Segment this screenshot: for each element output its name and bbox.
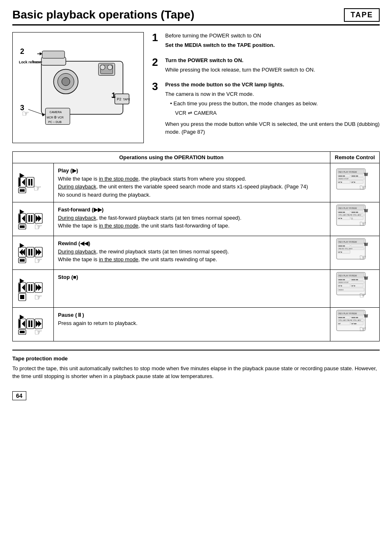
svg-text:INDEX  STOP: INDEX STOP bbox=[339, 178, 348, 180]
svg-rect-31 bbox=[19, 178, 21, 186]
svg-rect-86 bbox=[28, 249, 30, 255]
play-line-3: No sound is heard during the playback. bbox=[58, 191, 326, 199]
svg-text:◀◀  ▶  ▶▶: ◀◀ ▶ ▶▶ bbox=[351, 278, 359, 281]
svg-text:W: W bbox=[364, 314, 368, 318]
svg-text:◀◀  ▶  ▶▶: ◀◀ ▶ ▶▶ bbox=[351, 175, 359, 177]
svg-text:2: 2 bbox=[20, 47, 24, 56]
svg-point-8 bbox=[108, 65, 113, 70]
step-3-title: Press the mode button so the VCR lamp li… bbox=[165, 81, 380, 89]
page-footer: 64 bbox=[12, 389, 380, 400]
pause-title: Pause (⏸) bbox=[58, 311, 326, 319]
page-number: 64 bbox=[12, 391, 26, 400]
ff-desc: Fast-forward (▶▶) During playback, the f… bbox=[54, 202, 330, 236]
stop-remote: REV PLAY FF/REW ◀◀ ▶ ▶▶ ◀◀ ▶ ▶▶ INDEX ST… bbox=[330, 270, 380, 308]
svg-text:◀◀  ▶  ▶▶: ◀◀ ▶ ▶▶ bbox=[338, 175, 346, 177]
step-number-2: 2 bbox=[152, 57, 162, 67]
play-title: Play (▶) bbox=[58, 167, 326, 175]
svg-rect-85 bbox=[27, 247, 34, 257]
step-1-line-2: Set the MEDIA switch to the TAPE positio… bbox=[165, 42, 380, 49]
rewind-line-1: During playback, the rewind playback sta… bbox=[58, 248, 326, 256]
svg-text:W: W bbox=[364, 242, 368, 247]
svg-rect-117 bbox=[20, 295, 24, 299]
play-remote: REV PLAY FF/REW ◀◀ ▶ ▶▶ ◀◀ ▶ ▶▶ INDEX ST… bbox=[330, 163, 380, 202]
page-title: Basic playback operations (Tape) bbox=[12, 8, 194, 21]
svg-rect-56 bbox=[19, 214, 21, 223]
svg-text:☞: ☞ bbox=[359, 325, 367, 334]
step-2-line-2: While pressing the lock release, turn th… bbox=[165, 66, 380, 74]
step-number-3: 3 bbox=[152, 81, 162, 92]
svg-rect-141 bbox=[28, 320, 30, 327]
svg-rect-111 bbox=[28, 284, 30, 291]
svg-text:TAPE: TAPE bbox=[123, 98, 130, 101]
svg-rect-59 bbox=[31, 215, 32, 222]
svg-text:☞: ☞ bbox=[359, 183, 367, 192]
svg-rect-142 bbox=[31, 320, 32, 327]
svg-text:☞: ☞ bbox=[34, 222, 42, 231]
ff-remote: REV PLAY FF/REW ◀◀ ▶ ▶▶ ◀◀ ▶ ▶▶ STILL AD… bbox=[330, 202, 380, 236]
step-3: 3 Press the mode button so the VCR lamp … bbox=[152, 81, 380, 137]
step-number-1: 1 bbox=[152, 32, 162, 43]
svg-text:◀◀  ▶  ▶▶: ◀◀ ▶ ▶▶ bbox=[338, 278, 346, 281]
step-2-content: Turn the POWER switch to ON. While press… bbox=[165, 57, 380, 76]
pause-remote: REV PLAY FF/REW ◀◀ ▶ ▶▶ ◀◀ ▶ ▶▶ STILL AD… bbox=[330, 308, 380, 341]
svg-text:MCR ⦿ VCR: MCR ⦿ VCR bbox=[47, 116, 64, 119]
svg-text:REV  PLAY  FF/REW: REV PLAY FF/REW bbox=[339, 171, 357, 173]
svg-text:REV  PLAY  FF/REW: REV PLAY FF/REW bbox=[339, 274, 357, 277]
svg-text:◀  II  ▶▶: ◀ II ▶▶ bbox=[351, 323, 357, 325]
svg-rect-64 bbox=[20, 225, 25, 228]
svg-rect-140 bbox=[27, 319, 34, 329]
play-line-2: During playback, the unit enters the var… bbox=[58, 183, 326, 191]
play-icon-cell: ☞ bbox=[13, 163, 54, 202]
table-row-ff: ☞ Fast-forward (▶▶) During playback, the… bbox=[13, 202, 380, 236]
svg-rect-57 bbox=[27, 214, 34, 223]
stop-title: Stop (■) bbox=[58, 273, 326, 281]
svg-text:PC ○ DUB: PC ○ DUB bbox=[48, 121, 62, 123]
svg-text:◀  II  ▶: ◀ II ▶ bbox=[351, 285, 356, 287]
pause-line-1: Press again to return to playback. bbox=[58, 319, 326, 327]
svg-text:◀  II  ▶: ◀ II ▶ bbox=[338, 181, 343, 183]
table-row-rewind: ☞ Rewind (◀◀) During playback, the rewin… bbox=[13, 236, 380, 270]
svg-text:STILL ADV  PAUSE  STILL ADV: STILL ADV PAUSE STILL ADV bbox=[339, 214, 361, 216]
step-3-content: Press the mode button so the VCR lamp li… bbox=[165, 81, 380, 137]
svg-text:W: W bbox=[364, 172, 368, 177]
rewind-remote: REV PLAY FF/REW ◀◀ ▶ ▶▶ PAUSE STILL ADV … bbox=[330, 236, 380, 270]
page-header: Basic playback operations (Tape) TAPE bbox=[12, 8, 380, 26]
table-row-stop: ☞ Stop (■) REV PLAY FF/REW ◀◀ ▶ ▶▶ ◀◀ ▶ … bbox=[13, 270, 380, 308]
svg-rect-9 bbox=[42, 51, 65, 58]
svg-rect-110 bbox=[27, 283, 34, 292]
step-1-line-1: Before turning the POWER switch to ON bbox=[165, 32, 380, 40]
stop-desc: Stop (■) bbox=[54, 270, 330, 308]
operations-table: Operations using the OPERATION button Re… bbox=[12, 151, 380, 341]
step-3-vcr-camera: VCR ⇌ CAMERA bbox=[165, 109, 380, 117]
pause-icon-cell: ☞ bbox=[13, 308, 54, 341]
svg-text:◀  II  ▶: ◀ II ▶ bbox=[338, 285, 343, 287]
tape-protection-section: Tape protection mode To protect the tape… bbox=[12, 350, 380, 381]
ff-line-2: While the tape is in the stop mode, the … bbox=[58, 222, 326, 230]
ops-table-header-remote: Remote Control bbox=[330, 152, 380, 163]
svg-text:◀  II: ◀ II bbox=[338, 323, 341, 325]
svg-text:INDEX: INDEX bbox=[339, 289, 344, 291]
rewind-line-2: While the tape is in the stop mode, the … bbox=[58, 255, 326, 264]
svg-rect-58 bbox=[28, 215, 30, 222]
tape-protection-title: Tape protection mode bbox=[12, 355, 380, 363]
svg-text:W: W bbox=[364, 209, 368, 213]
svg-text:☞: ☞ bbox=[359, 219, 367, 228]
svg-text:CAMERA: CAMERA bbox=[49, 111, 62, 114]
table-row-play: ☞ Play (▶) While the tape is in the stop… bbox=[13, 163, 380, 202]
svg-rect-87 bbox=[31, 249, 32, 255]
svg-text:◀◀  ▶  ▶▶: ◀◀ ▶ ▶▶ bbox=[351, 316, 359, 318]
rewind-desc: Rewind (◀◀) During playback, the rewind … bbox=[54, 236, 330, 270]
svg-text:◀◀  ▶  ▶▶: ◀◀ ▶ ▶▶ bbox=[338, 245, 346, 247]
svg-text:INDEX  STOP: INDEX STOP bbox=[339, 281, 348, 283]
svg-text:☞: ☞ bbox=[33, 183, 42, 193]
rewind-title: Rewind (◀◀) bbox=[58, 239, 326, 248]
table-row-pause: ☞ Pause (⏸) Press again to return to pla… bbox=[13, 308, 380, 341]
stop-icon-cell: ☞ bbox=[13, 270, 54, 308]
svg-text:◀◀  ▶  ▶▶: ◀◀ ▶ ▶▶ bbox=[338, 316, 346, 318]
ff-icon-cell: ☞ bbox=[13, 202, 54, 236]
ops-table-header-ops: Operations using the OPERATION button bbox=[13, 152, 330, 163]
svg-rect-33 bbox=[28, 179, 30, 186]
svg-rect-36 bbox=[20, 189, 25, 192]
step-3-line-1: The camera is now in the VCR mode. bbox=[165, 91, 380, 98]
step-1-content: Before turning the POWER switch to ON Se… bbox=[165, 32, 380, 51]
